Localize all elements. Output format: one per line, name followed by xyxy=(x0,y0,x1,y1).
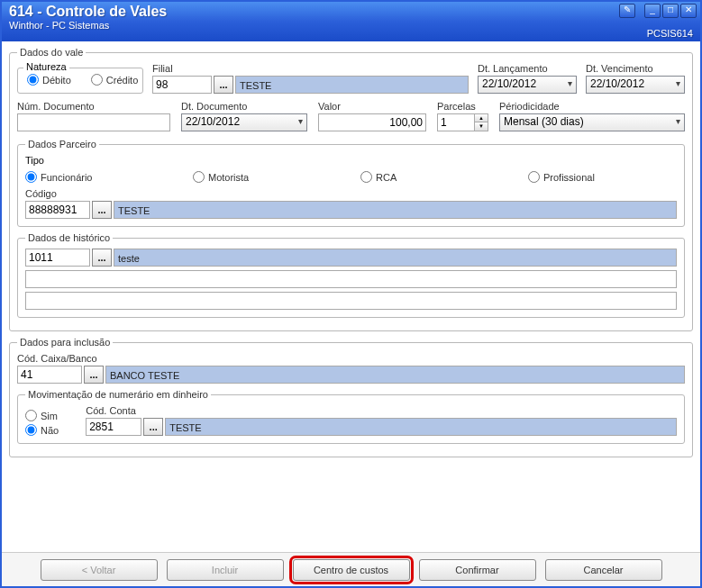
periodo-combo[interactable]: Mensal (30 dias) xyxy=(499,113,685,131)
filial-display: TESTE xyxy=(235,76,469,94)
codigo-display: TESTE xyxy=(114,201,677,219)
window-title: 614 - Controle de Vales xyxy=(9,4,693,20)
historico-legend: Dados de histórico xyxy=(25,232,113,243)
historico-group: Dados de histórico ... teste xyxy=(17,232,685,318)
caixa-display: BANCO TESTE xyxy=(105,366,685,384)
natureza-legend: Natureza xyxy=(23,61,69,72)
dtdoc-combo[interactable]: 22/10/2012 xyxy=(181,113,307,131)
radio-debito[interactable]: Débito xyxy=(27,74,71,86)
historico-browse-button[interactable]: ... xyxy=(92,249,112,267)
caixa-browse-button[interactable]: ... xyxy=(84,366,104,384)
close-button[interactable]: ✕ xyxy=(680,4,697,18)
cancelar-button[interactable]: Cancelar xyxy=(545,559,662,581)
parceiro-group: Dados Parceiro Tipo Funcionário Motorist… xyxy=(17,139,685,227)
window-subtitle: Winthor - PC Sistemas xyxy=(9,20,693,31)
historico-input[interactable] xyxy=(25,249,90,267)
voltar-button: < Voltar xyxy=(41,559,158,581)
dt-venc-label: Dt. Vencimento xyxy=(586,63,685,74)
minimize-button[interactable]: _ xyxy=(644,4,661,18)
radio-sim[interactable]: Sim xyxy=(25,410,59,421)
dt-lanc-label: Dt. Lançamento xyxy=(478,63,577,74)
parcelas-label: Parcelas xyxy=(437,101,488,112)
edit-icon[interactable]: ✎ xyxy=(619,4,635,18)
historico-display: teste xyxy=(114,249,677,267)
mov-legend: Movimentação de numerário em dinheiro xyxy=(25,389,211,400)
filial-browse-button[interactable]: ... xyxy=(214,76,233,94)
numdoc-input[interactable] xyxy=(17,113,170,131)
dados-vale-legend: Dados do vale xyxy=(17,47,86,58)
title-bar: 614 - Controle de Vales Winthor - PC Sis… xyxy=(2,2,700,41)
dt-venc-combo[interactable]: 22/10/2012 xyxy=(586,76,685,94)
maximize-button[interactable]: □ xyxy=(662,4,679,18)
valor-label: Valor xyxy=(318,101,426,112)
periodo-label: Périodicidade xyxy=(499,101,685,112)
conta-label: Cód. Conta xyxy=(86,405,677,416)
historico-extra-1[interactable] xyxy=(25,270,677,288)
radio-profissional[interactable]: Profissional xyxy=(528,171,595,183)
conta-browse-button[interactable]: ... xyxy=(143,418,163,436)
footer-bar: < Voltar Incluir Centro de custos Confir… xyxy=(2,552,700,586)
confirmar-button[interactable]: Confirmar xyxy=(419,559,536,581)
filial-input[interactable] xyxy=(152,76,212,94)
inclusao-legend: Dados para inclusão xyxy=(17,337,113,348)
codigo-label: Código xyxy=(25,188,677,199)
incluir-button: Incluir xyxy=(167,559,284,581)
parcelas-input[interactable] xyxy=(437,113,475,131)
caixa-label: Cód. Caixa/Banco xyxy=(17,353,685,364)
caixa-input[interactable] xyxy=(17,366,82,384)
window-code: PCSIS614 xyxy=(647,28,693,39)
conta-input[interactable] xyxy=(86,418,141,436)
mov-group: Movimentação de numerário em dinheiro Si… xyxy=(17,389,685,444)
tipo-legend: Tipo xyxy=(25,155,44,166)
dt-lanc-combo[interactable]: 22/10/2012 xyxy=(478,76,577,94)
valor-input[interactable] xyxy=(318,113,426,131)
parcelas-up[interactable]: ▲ xyxy=(475,114,488,122)
dados-vale-group: Dados do vale Natureza Débito Crédito Fi… xyxy=(9,47,693,331)
radio-rca[interactable]: RCA xyxy=(360,171,505,183)
centro-custos-button[interactable]: Centro de custos xyxy=(293,559,410,581)
dtdoc-label: Dt. Documento xyxy=(181,101,307,112)
parcelas-down[interactable]: ▼ xyxy=(475,122,488,131)
radio-credito[interactable]: Crédito xyxy=(91,74,138,86)
codigo-input[interactable] xyxy=(25,201,90,219)
parceiro-legend: Dados Parceiro xyxy=(25,139,99,149)
numdoc-label: Núm. Documento xyxy=(17,101,170,112)
inclusao-group: Dados para inclusão Cód. Caixa/Banco ...… xyxy=(9,337,693,457)
codigo-browse-button[interactable]: ... xyxy=(92,201,112,219)
radio-motorista[interactable]: Motorista xyxy=(193,171,337,183)
radio-funcionario[interactable]: Funcionário xyxy=(25,171,169,183)
historico-extra-2[interactable] xyxy=(25,292,677,310)
filial-label: Filial xyxy=(152,63,469,74)
radio-nao[interactable]: Não xyxy=(25,424,59,436)
conta-display: TESTE xyxy=(165,418,677,436)
